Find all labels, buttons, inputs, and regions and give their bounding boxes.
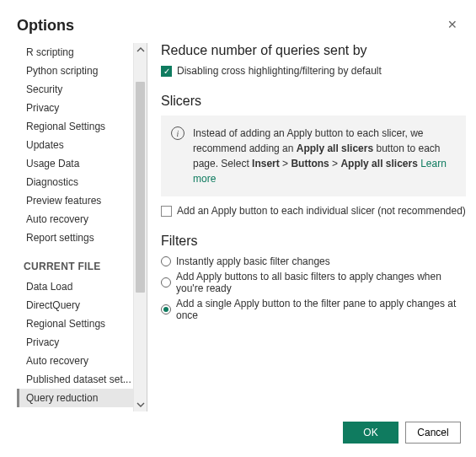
sidebar-section-header: CURRENT FILE — [17, 247, 133, 277]
dialog-body: R scriptingPython scriptingSecurityPriva… — [0, 43, 476, 411]
sidebar-item[interactable]: Query reduction — [17, 389, 133, 407]
filter-option-label: Instantly apply basic filter changes — [176, 255, 330, 267]
sidebar-item[interactable]: Diagnostics — [17, 173, 133, 191]
dialog-title: Options — [17, 17, 74, 35]
info-icon: i — [171, 126, 185, 140]
section-title-reduce: Reduce number of queries sent by — [161, 43, 466, 58]
sidebar-item[interactable]: Auto recovery — [17, 352, 133, 370]
disable-cross-label: Disabling cross highlighting/filtering b… — [177, 65, 382, 77]
sidebar-item[interactable]: R scripting — [17, 43, 133, 62]
slicer-apply-checkbox[interactable] — [161, 206, 172, 217]
scrollbar-thumb[interactable] — [136, 82, 145, 293]
section-title-filters: Filters — [161, 234, 466, 249]
sidebar-list: R scriptingPython scriptingSecurityPriva… — [17, 43, 133, 411]
sidebar-item[interactable]: Regional Settings — [17, 315, 133, 333]
sidebar-item[interactable]: Auto recovery — [17, 210, 133, 228]
disable-cross-checkbox[interactable]: ✓ — [161, 66, 172, 77]
options-dialog: Options ✕ R scriptingPython scriptingSec… — [0, 0, 476, 457]
sidebar-item[interactable]: Report settings — [17, 228, 133, 247]
filter-option-label: Add a single Apply button to the filter … — [176, 298, 466, 321]
sidebar-item[interactable]: Security — [17, 80, 133, 99]
ok-button[interactable]: OK — [343, 422, 398, 444]
filter-radio[interactable] — [161, 304, 171, 315]
filter-option-row[interactable]: Instantly apply basic filter changes — [161, 255, 466, 267]
sidebar-item[interactable]: DirectQuery — [17, 296, 133, 315]
sidebar-item[interactable]: Privacy — [17, 333, 133, 352]
filter-option-row[interactable]: Add Apply buttons to all basic filters t… — [161, 271, 466, 294]
filter-radio[interactable] — [161, 256, 171, 266]
sidebar-item[interactable]: Data Load — [17, 277, 133, 296]
scrollbar-track[interactable] — [134, 56, 147, 398]
sidebar-item[interactable]: Privacy — [17, 99, 133, 117]
scroll-down-icon[interactable] — [134, 398, 147, 411]
filter-radio[interactable] — [161, 277, 171, 288]
disable-cross-row[interactable]: ✓ Disabling cross highlighting/filtering… — [161, 65, 466, 77]
sidebar-item[interactable]: Updates — [17, 136, 133, 154]
filter-option-label: Add Apply buttons to all basic filters t… — [176, 271, 466, 294]
sidebar-item[interactable]: Usage Data — [17, 154, 133, 173]
slicer-apply-row[interactable]: Add an Apply button to each individual s… — [161, 205, 466, 217]
filter-option-row[interactable]: Add a single Apply button to the filter … — [161, 298, 466, 321]
content-panel: Reduce number of queries sent by ✓ Disab… — [147, 43, 476, 411]
close-icon[interactable]: ✕ — [446, 17, 459, 32]
sidebar-item[interactable]: Regional Settings — [17, 117, 133, 136]
sidebar-item[interactable]: Report settings — [17, 407, 133, 411]
dialog-header: Options ✕ — [0, 0, 476, 43]
section-title-slicers: Slicers — [161, 94, 466, 109]
scroll-up-icon[interactable] — [134, 43, 147, 56]
dialog-footer: OK Cancel — [0, 411, 476, 457]
cancel-button[interactable]: Cancel — [405, 422, 461, 444]
sidebar-scrollbar[interactable] — [133, 43, 147, 411]
sidebar-item[interactable]: Published dataset set... — [17, 370, 133, 389]
slicer-apply-label: Add an Apply button to each individual s… — [177, 205, 466, 217]
sidebar: R scriptingPython scriptingSecurityPriva… — [17, 43, 147, 411]
slicers-info-box: i Instead of adding an Apply button to e… — [161, 116, 466, 196]
sidebar-item[interactable]: Preview features — [17, 191, 133, 210]
info-text: Instead of adding an Apply button to eac… — [193, 126, 456, 186]
sidebar-item[interactable]: Python scripting — [17, 62, 133, 80]
